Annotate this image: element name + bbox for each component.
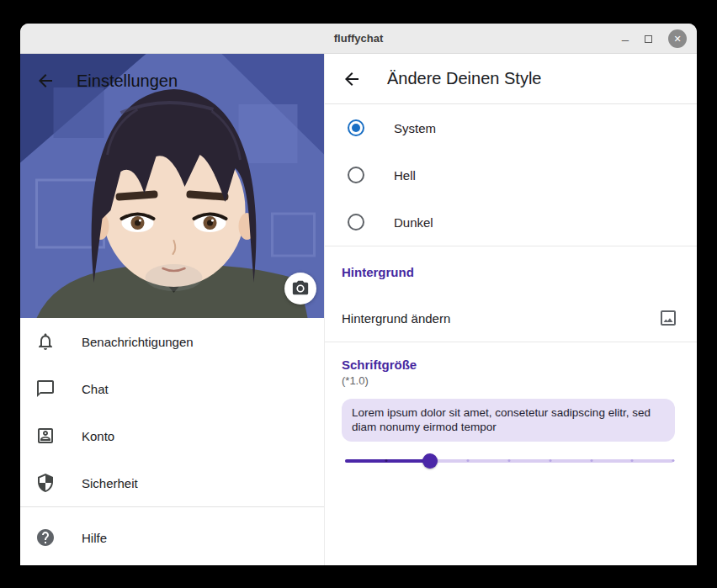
settings-menu: Benachrichtigungen Chat Konto <box>20 318 324 506</box>
theme-option-label: System <box>394 121 436 135</box>
minimize-button[interactable]: – <box>622 33 629 45</box>
titlebar[interactable]: fluffychat – ✕ <box>20 24 697 54</box>
window-title: fluffychat <box>334 32 384 45</box>
back-icon[interactable] <box>342 69 362 89</box>
theme-radio[interactable] <box>348 119 364 136</box>
sidebar-item-label: Chat <box>82 382 109 396</box>
sidebar-item-label: Sicherheit <box>82 476 138 490</box>
slider-tick <box>631 459 634 462</box>
image-icon <box>658 308 678 328</box>
sidebar-item-help[interactable]: Hilfe <box>20 514 324 561</box>
sidebar-item-label: Benachrichtigungen <box>82 335 194 349</box>
theme-radio[interactable] <box>348 214 364 230</box>
sidebar-divider <box>20 506 324 507</box>
theme-option-system[interactable]: System <box>325 104 697 151</box>
font-size-heading: Schriftgröße <box>342 358 680 372</box>
sidebar-item-notifications[interactable]: Benachrichtigungen <box>20 318 324 365</box>
sidebar-item-security[interactable]: Sicherheit <box>20 459 324 506</box>
help-icon <box>35 527 56 548</box>
theme-option-light[interactable]: Hell <box>325 151 697 199</box>
slider-tick <box>549 459 551 462</box>
slider-fill <box>345 459 430 463</box>
slider-tick <box>385 459 387 462</box>
font-size-slider[interactable] <box>345 452 673 470</box>
change-background-label: Hintergrund ändern <box>342 311 450 326</box>
avatar-image <box>20 54 324 318</box>
settings-header: Einstellungen <box>35 71 178 91</box>
fluffychat-window: fluffychat – ✕ <box>20 24 697 565</box>
shield-icon <box>35 473 56 493</box>
close-button[interactable]: ✕ <box>668 29 687 48</box>
slider-tick <box>508 459 511 462</box>
profile-avatar: Einstellungen <box>20 54 324 318</box>
style-content: System Hell Dunkel Hintergrund Hintergru… <box>325 104 697 565</box>
slider-handle[interactable] <box>422 453 438 469</box>
maximize-button[interactable] <box>645 35 652 43</box>
font-size-scale: (*1.0) <box>342 374 680 387</box>
slider-tick <box>672 459 675 462</box>
font-size-preview: Lorem ipsum dolor sit amet, consetetur s… <box>342 399 675 442</box>
theme-option-label: Hell <box>394 168 416 183</box>
sidebar-item-label: Hilfe <box>82 531 107 545</box>
style-page-title: Ändere Deinen Style <box>387 69 541 88</box>
theme-option-dark[interactable]: Dunkel <box>325 199 697 246</box>
window-controls: – ✕ <box>622 24 687 54</box>
page-title: Einstellungen <box>77 72 178 91</box>
sidebar-item-chat[interactable]: Chat <box>20 365 324 412</box>
account-box-icon <box>35 426 56 446</box>
camera-icon <box>291 279 310 298</box>
settings-sidebar: Einstellungen Benachrichtigungen <box>20 54 325 565</box>
change-background-row[interactable]: Hintergrund ändern <box>325 294 697 342</box>
sidebar-item-account[interactable]: Konto <box>20 412 324 459</box>
bell-icon <box>35 331 56 352</box>
sidebar-item-label: Konto <box>82 429 114 443</box>
theme-radio[interactable] <box>348 167 364 183</box>
chat-bubble-icon <box>35 379 56 399</box>
back-icon[interactable] <box>35 71 56 91</box>
font-size-section: Schriftgröße (*1.0) Lorem ipsum dolor si… <box>325 342 697 470</box>
change-avatar-button[interactable] <box>284 273 316 305</box>
theme-option-label: Dunkel <box>394 215 433 230</box>
slider-tick <box>590 459 592 462</box>
style-page: Ändere Deinen Style System Hell Dunkel <box>325 54 697 565</box>
slider-tick <box>467 459 470 462</box>
background-section-heading: Hintergrund <box>325 246 697 279</box>
style-header: Ändere Deinen Style <box>325 54 697 104</box>
